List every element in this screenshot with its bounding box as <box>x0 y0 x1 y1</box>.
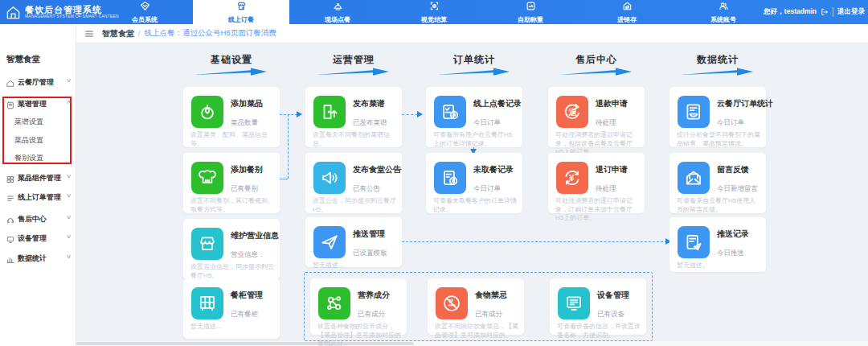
chart-icon <box>6 253 14 267</box>
sidebar-item-dish-settings[interactable]: 菜品设置 <box>0 133 76 147</box>
connector-line <box>402 241 667 242</box>
nav-item-self-weighing[interactable]: 自助称重 <box>482 0 579 24</box>
publish-menu-icon <box>313 96 346 128</box>
sidebar-item-online-orders[interactable]: 线上订单管理 ∨ <box>0 189 76 205</box>
breadcrumb: 智慧食堂 / 线上点餐：通过公众号H5页面订餐消费 <box>76 24 868 43</box>
sidebar-item-after-sales[interactable]: 售后中心 ∨ <box>0 211 76 227</box>
dish-icon <box>191 96 223 128</box>
sidebar-item-cloud-restaurant[interactable]: 云餐厅管理 ∨ <box>0 74 76 90</box>
chevron-down-icon: ∨ <box>66 77 72 84</box>
header-arrow-icon <box>317 68 391 76</box>
main-content: 基础设置 运营管理 订单统计 售后中心 数据统计 添加菜品 菜品数量 设置菜类、… <box>76 43 868 346</box>
card-push-management[interactable]: 推送管理 已设置模板 暂无描述... <box>305 217 402 267</box>
shop-icon <box>191 228 223 260</box>
chevron-up-icon: ∧ <box>66 99 72 105</box>
sidebar-item-dish-components[interactable]: 菜品组件管理 ∨ <box>0 170 76 186</box>
card-unclaimed-meal-records[interactable]: 未取餐记录 今日订单 可查看未取餐客户的订单详情记录。 <box>426 153 522 213</box>
visual-checkout-icon <box>429 0 440 14</box>
nav-item-online-ordering[interactable]: 线上订餐 <box>193 0 289 24</box>
nav-item-onsite-ordering[interactable]: 现场点餐 <box>289 0 386 24</box>
feedback-icon <box>678 162 710 194</box>
header-arrow-icon <box>681 68 755 76</box>
monitor-icon <box>6 233 14 247</box>
card-cloud-order-statistics[interactable]: 云餐厅订单统计 今日订单 统计分析食堂不同餐别下的菜品销售、菜品预定情况。 <box>669 87 766 147</box>
sidebar-item-data-statistics[interactable]: 数据统计 ∨ <box>0 250 76 266</box>
connector-line <box>288 114 289 179</box>
logout-button[interactable]: 退出登录 <box>837 7 865 17</box>
column-header-order-stats: 订单统计 <box>426 51 522 76</box>
nav-item-inventory[interactable]: 进销存 <box>579 0 675 24</box>
chevron-down-icon: ∨ <box>66 253 72 260</box>
chevron-down-icon: ∨ <box>66 192 72 199</box>
chevron-down-icon: ∨ <box>66 173 72 179</box>
nav-item-member-system[interactable]: 会员系统 <box>96 0 193 24</box>
card-message-feedback[interactable]: 留言反馈 今日新增留言 可查看来自云餐厅H5使用人员的留言反馈。 <box>669 153 766 213</box>
nutrition-icon <box>318 287 350 319</box>
nav-item-system-account[interactable]: 系统账号 <box>675 0 772 24</box>
nav-divider <box>833 7 833 17</box>
components-icon <box>6 172 14 187</box>
top-navbar: 餐饮后台管理系统 MANAGEMENT SYSTEM OF SMART CANT… <box>0 0 868 24</box>
sidebar-item-device-management[interactable]: 设备管理 ∨ <box>0 230 76 246</box>
order-record-icon <box>434 96 466 128</box>
sidebar-item-meal-type-settings[interactable]: 餐别设置 <box>0 150 76 165</box>
card-canteen-announcement[interactable]: 发布食堂公告 已有公告 设置公告，同步显示到云餐厅H5。 <box>305 153 402 213</box>
nav-menu: 会员系统 线上订餐 现场点餐 视觉结算 自助称重 <box>96 0 772 24</box>
sidebar-header: 智慧食堂 <box>6 54 40 65</box>
exit-door-icon <box>821 8 829 16</box>
device-icon <box>558 287 590 319</box>
header-arrow-icon <box>194 68 268 76</box>
announcement-icon <box>313 162 346 194</box>
chevron-down-icon: ∨ <box>66 214 72 220</box>
sidebar-item-menu-management[interactable]: 菜谱管理 ∧ <box>0 96 76 112</box>
column-header-data-stats: 数据统计 <box>669 51 766 76</box>
card-cabinet-management[interactable]: 餐柜管理 已有餐柜 暂无描述... <box>183 278 280 339</box>
refund-icon: 退 <box>556 96 588 128</box>
card-add-meal-type[interactable]: 添加餐别 已有餐别 设置不同餐别，其订餐规则、取餐方式等。 <box>183 153 280 213</box>
nav-item-visual-checkout[interactable]: 视觉结算 <box>386 0 482 24</box>
sidebar: 智慧食堂 云餐厅管理 ∨ 菜谱管理 ∧ 菜谱设置 菜品设置 餐别设置 菜品组件管… <box>0 24 76 346</box>
header-arrow-icon <box>437 68 511 76</box>
missed-order-icon <box>434 162 466 194</box>
order-stats-icon <box>678 96 710 128</box>
collapse-sidebar-icon[interactable] <box>84 29 94 39</box>
card-push-records[interactable]: 推送记录 今日推送 暂无描述。 <box>669 217 766 272</box>
card-add-dish[interactable]: 添加菜品 菜品数量 设置菜类、配料、菜品信息等。 <box>183 87 280 147</box>
connector-line <box>280 114 297 115</box>
inventory-icon <box>622 0 633 14</box>
card-cancellation-request[interactable]: ¥ 退订申请 待处理 可处理消费者的退订申请记录，订购订单来源于云餐厅H5上的订… <box>548 153 645 213</box>
card-business-info[interactable]: 维护营业信息 营业信息： 设置营业信息，同步显示到云餐厅H5。 <box>183 219 280 279</box>
column-header-basic-settings: 基础设置 <box>183 51 280 76</box>
canteen-logo-icon <box>6 5 21 20</box>
headset-icon <box>6 213 14 228</box>
chef-hat-icon <box>191 162 223 194</box>
sidebar-item-menu-settings[interactable]: 菜谱设置 <box>0 114 76 129</box>
account-icon <box>719 0 729 14</box>
card-device-management[interactable]: 设备管理 已有设备 可查看设备的信息，并设置设备名称，方便识别。 <box>550 278 646 335</box>
card-online-order-records[interactable]: 线上点餐记录 今日订单 可查看所有用户在云餐厅H5上的订单详情记录。 <box>426 87 522 147</box>
push-icon <box>313 226 346 258</box>
member-icon <box>140 0 150 14</box>
order-list-icon <box>6 192 14 206</box>
column-header-operations: 运营管理 <box>305 51 402 76</box>
connector-arrow <box>417 111 426 117</box>
connector-line <box>280 179 288 179</box>
chevron-down-icon: ∨ <box>66 233 72 240</box>
breadcrumb-separator: / <box>138 30 141 38</box>
food-taboo-icon <box>436 287 468 319</box>
menu-book-icon <box>6 98 14 113</box>
card-refund-request[interactable]: 退 退款申请 待处理 可处理消费者的退款申请记录，包括设备点餐及云餐厅H5上的订… <box>548 87 645 147</box>
horizontal-scrollbar[interactable] <box>76 341 868 346</box>
card-food-taboos[interactable]: 食物禁忌 已有成分 设置不同病症饮食禁忌，【菜品管理】里可添加对应的。 <box>428 278 524 335</box>
cloud-restaurant-icon <box>6 76 14 91</box>
svg-text:¥: ¥ <box>569 173 575 183</box>
card-publish-menu[interactable]: 发布菜谱 已发布菜谱 设置每天不同餐别的菜谱信息。 <box>305 87 402 147</box>
connector-line <box>402 114 418 115</box>
user-greeting: 您好，testadmin <box>764 7 817 17</box>
self-weigh-icon <box>526 0 536 14</box>
push-record-icon <box>678 226 710 258</box>
navbar-right: 您好，testadmin 退出登录 <box>764 0 865 24</box>
breadcrumb-root[interactable]: 智慧食堂 <box>102 28 134 39</box>
svg-text:退: 退 <box>567 108 577 117</box>
card-nutrition-components[interactable]: 营养成分 已有成分 设置各种食物的营养成分，【菜品管理】里可添加对应的食物及分.… <box>310 278 407 335</box>
